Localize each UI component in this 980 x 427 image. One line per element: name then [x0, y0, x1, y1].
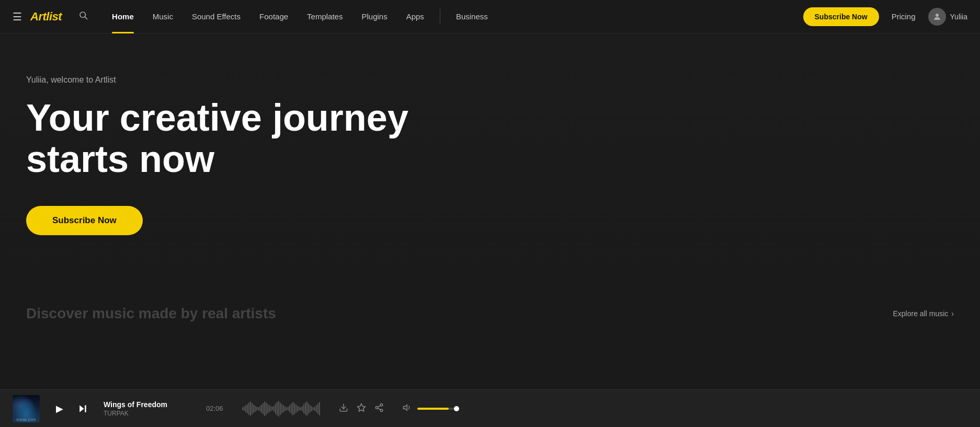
svg-line-11: [378, 405, 380, 407]
player-waveform[interactable]: [242, 399, 320, 418]
waveform-bar: [274, 406, 275, 412]
waveform-bar: [319, 402, 320, 416]
download-button[interactable]: [339, 403, 348, 414]
waveform-bar: [295, 405, 297, 413]
player-thumbnail: RISING STAR: [13, 395, 40, 422]
waveform-bar: [256, 407, 257, 411]
logo[interactable]: Artlist: [30, 10, 62, 24]
thumbnail-label: RISING STAR: [16, 418, 36, 421]
nav-username[interactable]: Yuliia: [950, 13, 967, 21]
nav-home[interactable]: Home: [102, 0, 143, 33]
svg-line-1: [85, 17, 87, 19]
svg-marker-6: [357, 403, 365, 411]
waveform-bar: [277, 402, 278, 416]
waveform-bar: [252, 403, 253, 414]
svg-rect-4: [85, 405, 86, 412]
waveform-bar: [316, 405, 317, 412]
artist-name: TURPAK: [104, 410, 187, 417]
player-controls: ▶: [50, 399, 88, 418]
track-name: Wings of Freedom: [104, 400, 187, 409]
waveform-bar: [303, 404, 304, 413]
waveform-bar: [284, 406, 286, 411]
nav-links: Home Music Sound Effects Footage Templat…: [102, 0, 803, 33]
volume-icon[interactable]: [403, 403, 412, 414]
waveform-bar: [310, 405, 311, 412]
subscribe-nav-button[interactable]: Subscribe Now: [803, 7, 879, 26]
waveform-bar: [280, 402, 281, 415]
waveform-bar: [311, 406, 312, 411]
favorite-button[interactable]: [357, 403, 366, 414]
waveform-bar: [283, 405, 284, 412]
volume-knob: [454, 406, 459, 411]
nav-sound-effects[interactable]: Sound Effects: [183, 0, 250, 33]
waveform-bar: [247, 404, 248, 413]
waveform-bar: [313, 407, 314, 410]
waveform-bar: [259, 406, 260, 411]
waveform-bar: [255, 406, 256, 412]
waveform-bar: [272, 407, 273, 410]
nav-right: Subscribe Now Pricing Yuliia: [803, 7, 967, 26]
player-volume: [403, 403, 459, 414]
waveform-bar: [291, 403, 292, 414]
waveform-bar: [278, 401, 279, 417]
nav-footage[interactable]: Footage: [250, 0, 298, 33]
waveform-bar: [244, 406, 245, 411]
explore-all-link[interactable]: Explore all music ›: [893, 309, 954, 318]
waveform-bar: [270, 406, 271, 411]
waveform-bar: [266, 402, 267, 415]
waveform-bar: [242, 407, 243, 410]
hero-title: Your creative journey starts now: [26, 97, 445, 180]
waveform-bar: [299, 407, 300, 411]
hero-welcome: Yuliia, welcome to Artlist: [26, 75, 954, 85]
waveform-bar: [245, 405, 246, 412]
waveform-bar: [263, 403, 264, 414]
waveform-bar: [286, 407, 287, 410]
skip-button[interactable]: [77, 403, 88, 414]
waveform-bar: [267, 404, 268, 413]
waveform-bar: [292, 402, 293, 416]
svg-marker-12: [403, 405, 407, 410]
discover-section: Discover music made by real artists Expl…: [0, 284, 980, 327]
waveform-bar: [306, 401, 307, 416]
volume-fill: [417, 408, 449, 410]
player-duration: 02:06: [206, 405, 223, 412]
waveform-bar: [297, 406, 298, 412]
waveform-bar: [317, 403, 318, 414]
waveform-bar: [288, 407, 289, 411]
waveform-bar: [305, 402, 306, 415]
waveform-bar: [250, 401, 251, 416]
player-actions: [339, 403, 384, 414]
nav-apps[interactable]: Apps: [397, 0, 434, 33]
nav-templates[interactable]: Templates: [298, 0, 352, 33]
nav-music[interactable]: Music: [143, 0, 183, 33]
waveform-bar: [261, 405, 262, 413]
waveform-bar: [253, 405, 254, 413]
waveform-bar: [300, 407, 301, 410]
waveform-bar: [275, 403, 276, 414]
discover-title: Discover music made by real artists: [26, 305, 276, 322]
svg-marker-3: [79, 405, 84, 412]
nav-business[interactable]: Business: [447, 0, 497, 33]
menu-icon[interactable]: ☰: [13, 10, 22, 23]
waveform-bar: [314, 407, 315, 411]
waveform-bar: [258, 407, 259, 410]
navbar: ☰ Artlist Home Music Sound Effects Foota…: [0, 0, 980, 33]
nav-separator: [440, 9, 440, 25]
nav-pricing[interactable]: Pricing: [883, 12, 924, 21]
waveform-bar: [294, 403, 295, 414]
volume-slider[interactable]: [417, 408, 459, 410]
player-bar: RISING STAR ▶ Wings of Freedom TURPAK 02…: [0, 389, 980, 427]
discover-header: Discover music made by real artists Expl…: [26, 305, 954, 322]
search-icon[interactable]: [78, 10, 88, 22]
player-info: Wings of Freedom TURPAK: [104, 400, 187, 417]
waveform-bar: [281, 404, 282, 413]
svg-line-10: [378, 408, 380, 410]
play-button[interactable]: ▶: [50, 399, 69, 418]
svg-point-2: [936, 14, 939, 17]
avatar[interactable]: [928, 8, 946, 26]
waveform-bar: [248, 402, 249, 415]
nav-plugins[interactable]: Plugins: [352, 0, 396, 33]
share-button[interactable]: [374, 403, 384, 414]
subscribe-hero-button[interactable]: Subscribe Now: [26, 206, 143, 235]
hero-section: Yuliia, welcome to Artlist Your creative…: [0, 33, 980, 284]
